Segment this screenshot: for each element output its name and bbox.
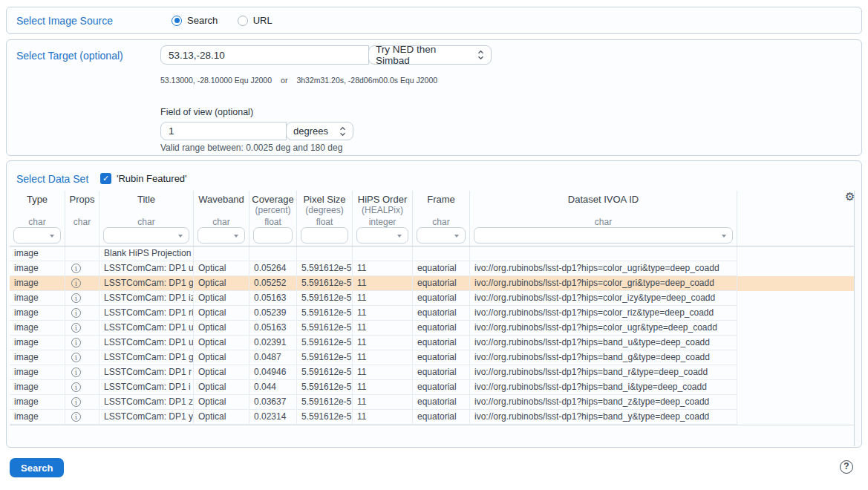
column-header-pixel-size: Pixel Size(degrees)float — [297, 191, 353, 246]
cell-frame: equatorial — [413, 276, 470, 291]
cell-hips-order: 11 — [353, 395, 413, 410]
cell-dataset-ivoa-id: ivo://org.rubinobs/lsst-dp1?hips=color_r… — [470, 306, 737, 321]
help-icon[interactable]: ? — [840, 460, 853, 474]
cell-type: image — [10, 410, 65, 425]
hips-order-filter-select[interactable] — [356, 227, 408, 244]
column-dtype: char — [137, 217, 154, 227]
column-dtype: char — [432, 217, 449, 227]
info-icon[interactable]: i — [71, 323, 81, 333]
column-dtype: char — [28, 217, 45, 227]
column-title: Props — [70, 194, 95, 205]
waveband-filter-select[interactable] — [198, 227, 245, 244]
column-title: Type — [27, 194, 48, 205]
cell-hips-order: 11 — [353, 276, 413, 291]
cell-frame: equatorial — [413, 321, 470, 336]
cell-pixel-size: 5.591612e-5 — [297, 321, 353, 336]
info-icon[interactable]: i — [71, 278, 81, 288]
info-icon[interactable]: i — [71, 293, 81, 303]
cell-title: LSSTComCam: DP1 riz — [99, 306, 194, 321]
cell-type: image — [10, 350, 65, 365]
cell-waveband: Optical — [194, 261, 249, 276]
resolved-coordinates: 53.13000, -28.10000 Equ J2000or3h32m31.2… — [160, 76, 437, 85]
fov-unit-select[interactable]: degrees — [286, 122, 353, 140]
cell-waveband: Optical — [194, 380, 249, 395]
search-button[interactable]: Search — [10, 458, 64, 477]
table-row[interactable]: imageiLSSTComCam: DP1 rOptical0.049465.5… — [10, 365, 854, 380]
cell-pixel-size: 5.591612e-5 — [297, 410, 353, 425]
dataset-table: TypecharPropscharTitlecharWavebandcharCo… — [10, 191, 860, 425]
type-filter-select[interactable] — [13, 227, 61, 244]
table-row[interactable]: imageiLSSTComCam: DP1 yOptical0.023145.5… — [10, 410, 854, 425]
header-filler — [737, 191, 854, 246]
cell-waveband: Optical — [194, 336, 249, 350]
props-cell: i — [65, 321, 99, 336]
cell-title: LSSTComCam: DP1 izy — [99, 291, 194, 306]
resolver-value: Try NED then Simbad — [376, 44, 471, 66]
table-row[interactable]: imageiLSSTComCam: DP1 gOptical0.04875.59… — [10, 350, 854, 365]
table-row[interactable]: imageiLSSTComCam: DP1 zOptical0.036375.5… — [10, 395, 854, 410]
row-filler — [737, 380, 854, 395]
rubin-featured-checkbox[interactable]: ✓ — [100, 173, 111, 184]
radio-url[interactable] — [238, 16, 248, 26]
table-scrollbar[interactable] — [854, 191, 860, 446]
column-title: Waveband — [198, 194, 244, 205]
title-filter-select[interactable] — [103, 227, 189, 244]
radio-search[interactable] — [172, 16, 182, 26]
table-row[interactable]: imageiLSSTComCam: DP1 uOptical0.023915.5… — [10, 336, 854, 350]
table-row[interactable]: imageiLSSTComCam: DP1 izyOptical0.051635… — [10, 291, 854, 306]
cell-coverage: 0.0487 — [249, 350, 297, 365]
cell-pixel-size: 5.591612e-5 — [297, 291, 353, 306]
table-row[interactable]: imageiLSSTComCam: DP1 iOptical0.0445.591… — [10, 380, 854, 395]
info-icon[interactable]: i — [71, 338, 81, 347]
cell-hips-order — [353, 246, 413, 261]
cell-coverage: 0.02314 — [249, 410, 297, 425]
info-icon[interactable]: i — [71, 308, 81, 318]
column-dtype: char — [212, 217, 229, 227]
coverage-filter-input[interactable] — [253, 227, 293, 244]
column-title: Title — [137, 194, 155, 205]
cell-dataset-ivoa-id: ivo://org.rubinobs/lsst-dp1?hips=color_i… — [470, 291, 737, 306]
pixel-size-filter-input[interactable] — [301, 227, 348, 244]
cell-title: Blank HiPS Projection — [99, 246, 194, 261]
cell-waveband: Optical — [194, 395, 249, 410]
table-row[interactable]: imageiLSSTComCam: DP1 griOptical0.052525… — [10, 276, 854, 291]
resolver-select[interactable]: Try NED then Simbad — [368, 45, 492, 65]
info-icon[interactable]: i — [71, 264, 81, 273]
cell-title: LSSTComCam: DP1 g — [99, 350, 194, 365]
cell-frame: equatorial — [413, 336, 470, 350]
frame-filter-select[interactable] — [417, 227, 466, 244]
table-row[interactable]: imageiLSSTComCam: DP1 ugriOptical0.05264… — [10, 261, 854, 276]
cell-hips-order: 11 — [353, 321, 413, 336]
row-filler — [737, 336, 854, 350]
cell-title: LSSTComCam: DP1 i — [99, 380, 194, 395]
cell-coverage: 0.044 — [249, 380, 297, 395]
info-icon[interactable]: i — [71, 382, 81, 392]
info-icon[interactable]: i — [71, 368, 81, 377]
column-dtype: char — [595, 217, 612, 227]
table-settings-gear-icon[interactable]: ⚙ — [845, 190, 855, 203]
table-row[interactable]: imageiLSSTComCam: DP1 rizOptical0.052395… — [10, 306, 854, 321]
cell-dataset-ivoa-id: ivo://org.rubinobs/lsst-dp1?hips=color_g… — [470, 276, 737, 291]
table-row[interactable]: imageiLSSTComCam: DP1 ugrOptical0.051635… — [10, 321, 854, 336]
info-icon[interactable]: i — [71, 353, 81, 362]
cell-waveband: Optical — [194, 365, 249, 380]
cell-pixel-size: 5.591612e-5 — [297, 336, 353, 350]
cell-title: LSSTComCam: DP1 r — [99, 365, 194, 380]
cell-frame: equatorial — [413, 395, 470, 410]
dataset-ivoa-id-filter-select[interactable] — [474, 227, 733, 244]
cell-hips-order: 11 — [353, 350, 413, 365]
info-icon[interactable]: i — [71, 397, 81, 407]
fov-input[interactable]: 1 — [160, 122, 287, 140]
cell-coverage: 0.05239 — [249, 306, 297, 321]
chevron-up-down-icon — [339, 126, 346, 137]
cell-coverage: 0.03637 — [249, 395, 297, 410]
table-row[interactable]: imageBlank HiPS Projection — [10, 246, 854, 261]
props-cell: i — [65, 380, 99, 395]
info-icon[interactable]: i — [71, 412, 81, 422]
cell-type: image — [10, 306, 65, 321]
fov-unit-value: degrees — [293, 125, 328, 137]
cell-title: LSSTComCam: DP1 u — [99, 336, 194, 350]
cell-waveband — [194, 246, 249, 261]
cell-pixel-size: 5.591612e-5 — [297, 261, 353, 276]
target-input[interactable]: 53.13,-28.10 — [160, 45, 369, 65]
